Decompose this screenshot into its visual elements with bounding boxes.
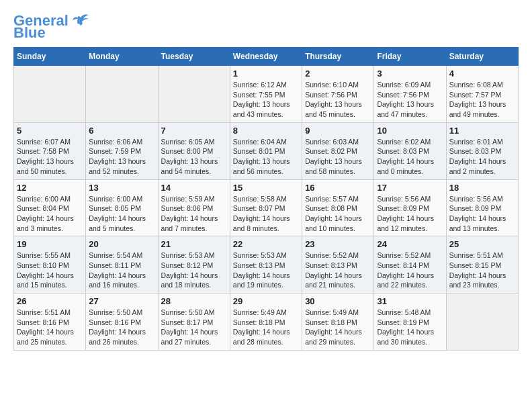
calendar-cell: 31Sunrise: 5:48 AM Sunset: 8:19 PM Dayli… bbox=[374, 293, 446, 351]
calendar-week-4: 19Sunrise: 5:55 AM Sunset: 8:10 PM Dayli… bbox=[14, 236, 519, 293]
day-info: Sunrise: 5:54 AM Sunset: 8:11 PM Dayligh… bbox=[89, 250, 154, 290]
day-info: Sunrise: 5:55 AM Sunset: 8:10 PM Dayligh… bbox=[17, 250, 83, 290]
calendar-cell: 23Sunrise: 5:52 AM Sunset: 8:13 PM Dayli… bbox=[302, 236, 374, 293]
day-number: 10 bbox=[377, 126, 443, 136]
day-info: Sunrise: 6:04 AM Sunset: 8:01 PM Dayligh… bbox=[233, 137, 299, 177]
header-sunday: Sunday bbox=[14, 48, 86, 66]
calendar-cell: 5Sunrise: 6:07 AM Sunset: 7:58 PM Daylig… bbox=[14, 122, 86, 179]
day-info: Sunrise: 5:58 AM Sunset: 8:07 PM Dayligh… bbox=[233, 194, 299, 234]
day-info: Sunrise: 6:03 AM Sunset: 8:02 PM Dayligh… bbox=[305, 137, 371, 177]
logo-blue: Blue bbox=[13, 26, 46, 40]
day-info: Sunrise: 5:51 AM Sunset: 8:15 PM Dayligh… bbox=[449, 250, 515, 290]
day-number: 15 bbox=[233, 183, 299, 193]
calendar-cell: 19Sunrise: 5:55 AM Sunset: 8:10 PM Dayli… bbox=[14, 236, 86, 293]
calendar-cell: 29Sunrise: 5:49 AM Sunset: 8:18 PM Dayli… bbox=[230, 293, 302, 351]
calendar-cell bbox=[158, 66, 230, 123]
calendar-week-1: 1Sunrise: 6:12 AM Sunset: 7:55 PM Daylig… bbox=[14, 66, 519, 123]
day-number: 13 bbox=[89, 183, 154, 193]
day-number: 8 bbox=[233, 126, 299, 136]
calendar-cell: 3Sunrise: 6:09 AM Sunset: 7:56 PM Daylig… bbox=[374, 66, 446, 123]
calendar-cell: 18Sunrise: 5:56 AM Sunset: 8:09 PM Dayli… bbox=[446, 179, 518, 236]
day-number: 6 bbox=[89, 126, 154, 136]
day-info: Sunrise: 5:52 AM Sunset: 8:14 PM Dayligh… bbox=[377, 250, 443, 290]
calendar-cell: 13Sunrise: 6:00 AM Sunset: 8:05 PM Dayli… bbox=[86, 179, 158, 236]
logo-bird-icon bbox=[71, 12, 90, 27]
day-number: 28 bbox=[161, 296, 227, 306]
header-wednesday: Wednesday bbox=[230, 48, 302, 66]
header-thursday: Thursday bbox=[302, 48, 374, 66]
calendar-cell: 9Sunrise: 6:03 AM Sunset: 8:02 PM Daylig… bbox=[302, 122, 374, 179]
day-info: Sunrise: 5:48 AM Sunset: 8:19 PM Dayligh… bbox=[377, 308, 443, 347]
day-number: 27 bbox=[89, 296, 154, 306]
day-info: Sunrise: 6:07 AM Sunset: 7:58 PM Dayligh… bbox=[17, 137, 83, 177]
calendar-cell: 11Sunrise: 6:01 AM Sunset: 8:03 PM Dayli… bbox=[446, 122, 518, 179]
header-monday: Monday bbox=[86, 48, 158, 66]
day-info: Sunrise: 6:08 AM Sunset: 7:57 PM Dayligh… bbox=[449, 80, 515, 120]
calendar-cell bbox=[86, 66, 158, 123]
day-info: Sunrise: 5:49 AM Sunset: 8:18 PM Dayligh… bbox=[233, 308, 299, 347]
day-info: Sunrise: 6:09 AM Sunset: 7:56 PM Dayligh… bbox=[377, 80, 443, 120]
calendar-week-2: 5Sunrise: 6:07 AM Sunset: 7:58 PM Daylig… bbox=[14, 122, 519, 179]
day-number: 1 bbox=[233, 68, 299, 79]
day-number: 31 bbox=[377, 296, 443, 306]
header-tuesday: Tuesday bbox=[158, 48, 230, 66]
calendar-cell: 24Sunrise: 5:52 AM Sunset: 8:14 PM Dayli… bbox=[374, 236, 446, 293]
calendar-table: SundayMondayTuesdayWednesdayThursdayFrid… bbox=[13, 47, 519, 351]
calendar-cell bbox=[446, 293, 518, 351]
day-number: 7 bbox=[161, 126, 227, 136]
day-info: Sunrise: 5:50 AM Sunset: 8:17 PM Dayligh… bbox=[161, 308, 227, 347]
page-header: General Blue bbox=[13, 13, 519, 40]
day-number: 23 bbox=[305, 239, 371, 249]
day-number: 21 bbox=[161, 239, 227, 249]
calendar-cell: 8Sunrise: 6:04 AM Sunset: 8:01 PM Daylig… bbox=[230, 122, 302, 179]
day-info: Sunrise: 6:01 AM Sunset: 8:03 PM Dayligh… bbox=[449, 137, 515, 177]
calendar-cell: 17Sunrise: 5:56 AM Sunset: 8:09 PM Dayli… bbox=[374, 179, 446, 236]
calendar-week-3: 12Sunrise: 6:00 AM Sunset: 8:04 PM Dayli… bbox=[14, 179, 519, 236]
day-number: 22 bbox=[233, 239, 299, 249]
day-number: 30 bbox=[305, 296, 371, 306]
calendar-cell: 20Sunrise: 5:54 AM Sunset: 8:11 PM Dayli… bbox=[86, 236, 158, 293]
calendar-cell: 30Sunrise: 5:49 AM Sunset: 8:18 PM Dayli… bbox=[302, 293, 374, 351]
day-info: Sunrise: 6:00 AM Sunset: 8:05 PM Dayligh… bbox=[89, 194, 154, 234]
calendar-cell: 25Sunrise: 5:51 AM Sunset: 8:15 PM Dayli… bbox=[446, 236, 518, 293]
day-number: 11 bbox=[449, 126, 515, 136]
header-saturday: Saturday bbox=[446, 48, 518, 66]
calendar-cell: 14Sunrise: 5:59 AM Sunset: 8:06 PM Dayli… bbox=[158, 179, 230, 236]
day-info: Sunrise: 5:50 AM Sunset: 8:16 PM Dayligh… bbox=[89, 308, 154, 347]
day-number: 4 bbox=[449, 68, 515, 79]
day-info: Sunrise: 5:52 AM Sunset: 8:13 PM Dayligh… bbox=[305, 250, 371, 290]
day-number: 17 bbox=[377, 183, 443, 193]
calendar-body: 1Sunrise: 6:12 AM Sunset: 7:55 PM Daylig… bbox=[14, 66, 519, 351]
day-number: 2 bbox=[305, 68, 371, 79]
day-info: Sunrise: 5:56 AM Sunset: 8:09 PM Dayligh… bbox=[449, 194, 515, 234]
calendar-cell: 22Sunrise: 5:53 AM Sunset: 8:13 PM Dayli… bbox=[230, 236, 302, 293]
day-info: Sunrise: 6:02 AM Sunset: 8:03 PM Dayligh… bbox=[377, 137, 443, 177]
day-number: 5 bbox=[17, 126, 83, 136]
calendar-cell: 7Sunrise: 6:05 AM Sunset: 8:00 PM Daylig… bbox=[158, 122, 230, 179]
calendar-header: SundayMondayTuesdayWednesdayThursdayFrid… bbox=[14, 48, 519, 66]
calendar-cell: 1Sunrise: 6:12 AM Sunset: 7:55 PM Daylig… bbox=[230, 66, 302, 123]
day-number: 3 bbox=[377, 68, 443, 79]
calendar-cell: 4Sunrise: 6:08 AM Sunset: 7:57 PM Daylig… bbox=[446, 66, 518, 123]
day-number: 26 bbox=[17, 296, 83, 306]
days-header-row: SundayMondayTuesdayWednesdayThursdayFrid… bbox=[14, 48, 519, 66]
day-info: Sunrise: 5:49 AM Sunset: 8:18 PM Dayligh… bbox=[305, 308, 371, 347]
logo: General Blue bbox=[13, 13, 90, 40]
day-info: Sunrise: 6:00 AM Sunset: 8:04 PM Dayligh… bbox=[17, 194, 83, 234]
day-info: Sunrise: 5:53 AM Sunset: 8:12 PM Dayligh… bbox=[161, 250, 227, 290]
day-info: Sunrise: 6:10 AM Sunset: 7:56 PM Dayligh… bbox=[305, 80, 371, 120]
day-info: Sunrise: 6:05 AM Sunset: 8:00 PM Dayligh… bbox=[161, 137, 227, 177]
day-number: 18 bbox=[449, 183, 515, 193]
day-number: 12 bbox=[17, 183, 83, 193]
day-number: 14 bbox=[161, 183, 227, 193]
calendar-week-5: 26Sunrise: 5:51 AM Sunset: 8:16 PM Dayli… bbox=[14, 293, 519, 351]
calendar-cell: 6Sunrise: 6:06 AM Sunset: 7:59 PM Daylig… bbox=[86, 122, 158, 179]
calendar-cell: 26Sunrise: 5:51 AM Sunset: 8:16 PM Dayli… bbox=[14, 293, 86, 351]
calendar-cell bbox=[14, 66, 86, 123]
header-friday: Friday bbox=[374, 48, 446, 66]
calendar-cell: 27Sunrise: 5:50 AM Sunset: 8:16 PM Dayli… bbox=[86, 293, 158, 351]
calendar-cell: 12Sunrise: 6:00 AM Sunset: 8:04 PM Dayli… bbox=[14, 179, 86, 236]
calendar-cell: 2Sunrise: 6:10 AM Sunset: 7:56 PM Daylig… bbox=[302, 66, 374, 123]
day-info: Sunrise: 6:06 AM Sunset: 7:59 PM Dayligh… bbox=[89, 137, 154, 177]
calendar-cell: 15Sunrise: 5:58 AM Sunset: 8:07 PM Dayli… bbox=[230, 179, 302, 236]
